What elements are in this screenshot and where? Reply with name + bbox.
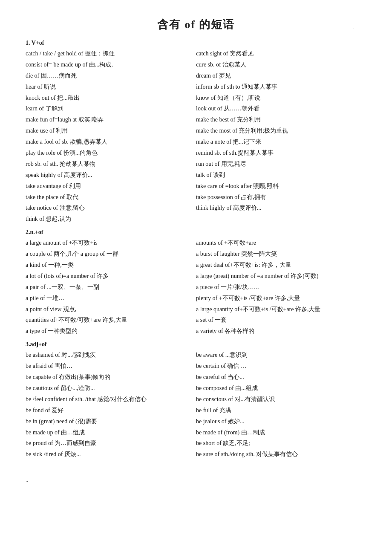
- phrase-row-left-section1-11: speak highly of 高度评价...: [26, 170, 196, 181]
- left-col-section3: be ashamed of 对...感到愧疚be afraid of 害怕…be…: [26, 350, 196, 460]
- two-col-section2: a large amount of +不可数+isa couple of 两个,…: [26, 237, 366, 337]
- phrase-row-right-section2-5: plenty of +不可数+is /可数+are 许多,大量: [196, 293, 366, 304]
- phrase-row-right-section3-8: be short of 缺乏,不足;: [196, 438, 366, 449]
- phrase-row-left-section3-8: be proud of 为…而感到自豪: [26, 438, 196, 449]
- two-col-section3: be ashamed of 对...感到愧疚be afraid of 害怕…be…: [26, 350, 366, 460]
- phrase-row-right-section1-6: make the best of 充分利用: [196, 114, 366, 125]
- dot-top-right: .: [353, 25, 354, 29]
- phrase-row-right-section2-4: a piece of 一片/张/块……: [196, 282, 366, 293]
- phrase-row-right-section2-8: a variety of 各种各样的: [196, 326, 366, 337]
- phrase-row-right-section1-10: run out of 用完,耗尽: [196, 159, 366, 170]
- phrase-row-left-section2-7: quantities of+不可数/可数+are 许多,大量: [26, 315, 196, 326]
- phrase-row-left-section2-2: a kind of 一种,一类: [26, 260, 196, 271]
- phrase-row-left-section1-3: hear of 听说: [26, 81, 196, 92]
- phrase-row-right-section3-1: be certain of 确信 …: [196, 361, 366, 372]
- phrase-row-right-section1-9: remind sb. of sth.提醒某人某事: [196, 147, 366, 159]
- phrase-row-right-section2-2: a great deal of+不可数+is: 许多，大量: [196, 260, 366, 271]
- phrase-row-right-section1-1: cure sb. of 治愈某人: [196, 59, 366, 70]
- phrase-row-left-section2-3: a lot of (lots of)=a number of 许多: [26, 271, 196, 282]
- phrase-row-left-section2-4: a pair of ...一双、一条、一副: [26, 282, 196, 293]
- phrase-row-right-section3-3: be composed of 由...组成: [196, 383, 366, 394]
- content-area: 1. V+ofcatch / take / get hold of 握住；抓住c…: [26, 40, 366, 460]
- phrase-row-right-section2-6: a large quantity of+不可数+is /可数+are 许多,大量: [196, 304, 366, 315]
- phrase-row-right-section1-13: take possession of 占有,拥有: [196, 192, 366, 203]
- phrase-row-left-section3-7: be made up of 由…组成: [26, 427, 196, 438]
- phrase-row-left-section1-5: learn of 了解到: [26, 103, 196, 114]
- phrase-row-left-section1-4: knock out of 把...敲出: [26, 92, 196, 104]
- phrase-row-right-section3-2: be careful of 当心...: [196, 372, 366, 383]
- phrase-row-left-section2-0: a large amount of +不可数+is: [26, 237, 196, 249]
- right-col-section1: catch sight of 突然看见cure sb. of 治愈某人dream…: [196, 48, 366, 214]
- phrase-row-left-section3-4: be /feel confident of sth. /that 感觉/对什么有…: [26, 394, 196, 405]
- phrase-row-right-section2-3: a large (great) number of =a number of 许…: [196, 271, 366, 282]
- phrase-row-left-section2-8: a type of 一种类型的: [26, 326, 196, 337]
- phrase-row-right-section1-3: inform sb of sth to 通知某人某事: [196, 81, 366, 92]
- phrase-row-left-section2-6: a point of view 观点,: [26, 304, 196, 315]
- phrase-row-left-section3-1: be afraid of 害怕…: [26, 361, 196, 372]
- phrase-row-left-section1-14: take notice of 注意,留心: [26, 202, 196, 214]
- phrase-row-right-section1-14: think highly of 高度评价...: [196, 202, 366, 214]
- phrase-row-right-section2-7: a set of 一套: [196, 315, 366, 326]
- two-col-section1: catch / take / get hold of 握住；抓住consist …: [26, 48, 366, 214]
- phrase-row-left-section3-9: be sick /tired of 厌烦...: [26, 449, 196, 460]
- phrase-row-right-section2-1: a burst of laughter 突然一阵大笑: [196, 249, 366, 260]
- phrase-row-right-section3-9: be sure of sth./doing sth. 对做某事有信心: [196, 449, 366, 460]
- phrase-row-right-section1-0: catch sight of 突然看见: [196, 48, 366, 59]
- phrase-row-left-section1-1: consist of= be made up of 由...构成,: [26, 59, 196, 70]
- phrase-row-left-section3-6: be in (great) need of (很)需要: [26, 416, 196, 427]
- left-col-section2: a large amount of +不可数+isa couple of 两个,…: [26, 237, 196, 337]
- section-title-section1: 1. V+of: [26, 40, 366, 46]
- right-col-section3: be aware of ...意识到be certain of 确信 …be c…: [196, 350, 366, 460]
- phrase-row-right-section1-4: know of 知道（有）,听说: [196, 92, 366, 104]
- phrase-row-right-section3-6: be jealous of 嫉妒...: [196, 416, 366, 427]
- section-title-section2: 2.n.+of: [26, 229, 366, 236]
- phrase-row-left-section1-10: rob sb. of sth. 抢劫某人某物: [26, 159, 196, 170]
- phrase-row-left-section2-5: a pile of 一堆…: [26, 293, 196, 304]
- phrase-row-right-section1-2: dream of 梦见: [196, 70, 366, 81]
- single-row-section1-0: think of 想起,认为: [26, 214, 366, 225]
- left-col-section1: catch / take / get hold of 握住；抓住consist …: [26, 48, 196, 214]
- phrase-row-right-section3-4: be conscious of 对...有清醒认识: [196, 394, 366, 405]
- page-title: 含有 of 的短语: [26, 17, 366, 32]
- phrase-row-left-section1-6: make fun of=laugh at 取笑,嘲弄: [26, 114, 196, 125]
- phrase-row-left-section1-8: make a fool of sb. 欺骗,愚弄某人: [26, 136, 196, 147]
- phrase-row-right-section1-5: look out of 从……朝外看: [196, 103, 366, 114]
- phrase-row-left-section3-5: be fond of 爱好: [26, 405, 196, 416]
- phrase-row-right-section3-0: be aware of ...意识到: [196, 350, 366, 361]
- phrase-row-left-section1-12: take advantage of 利用: [26, 181, 196, 192]
- phrase-row-left-section3-2: be capable of 有做出(某事)倾向的: [26, 372, 196, 383]
- phrase-row-left-section3-3: be cautious of 留心...,谨防...: [26, 383, 196, 394]
- phrase-row-right-section3-7: be made of (from) 由…制成: [196, 427, 366, 438]
- phrase-row-right-section1-7: make the most of 充分利用;极为重视: [196, 125, 366, 136]
- phrase-row-left-section1-2: die of 因……病而死: [26, 70, 196, 81]
- phrase-row-left-section1-7: make use of 利用: [26, 125, 196, 136]
- section-title-section3: 3.adj+of: [26, 341, 366, 348]
- footer: ..: [26, 477, 366, 483]
- phrase-row-right-section2-0: amounts of +不可数+are: [196, 237, 366, 249]
- phrase-row-right-section1-8: make a note of 把...记下来: [196, 136, 366, 147]
- phrase-row-right-section1-12: take care of =look after 照顾,照料: [196, 181, 366, 192]
- phrase-row-left-section2-1: a couple of 两个,几个 a group of 一群: [26, 249, 196, 260]
- phrase-row-left-section1-13: take the place of 取代: [26, 192, 196, 203]
- phrase-row-right-section3-5: be full of 充满: [196, 405, 366, 416]
- right-col-section2: amounts of +不可数+area burst of laughter 突…: [196, 237, 366, 337]
- phrase-row-left-section1-0: catch / take / get hold of 握住；抓住: [26, 48, 196, 59]
- phrase-row-right-section1-11: talk of 谈到: [196, 170, 366, 181]
- phrase-row-left-section3-0: be ashamed of 对...感到愧疚: [26, 350, 196, 361]
- phrase-row-left-section1-9: play the role of 扮演...的角色: [26, 147, 196, 159]
